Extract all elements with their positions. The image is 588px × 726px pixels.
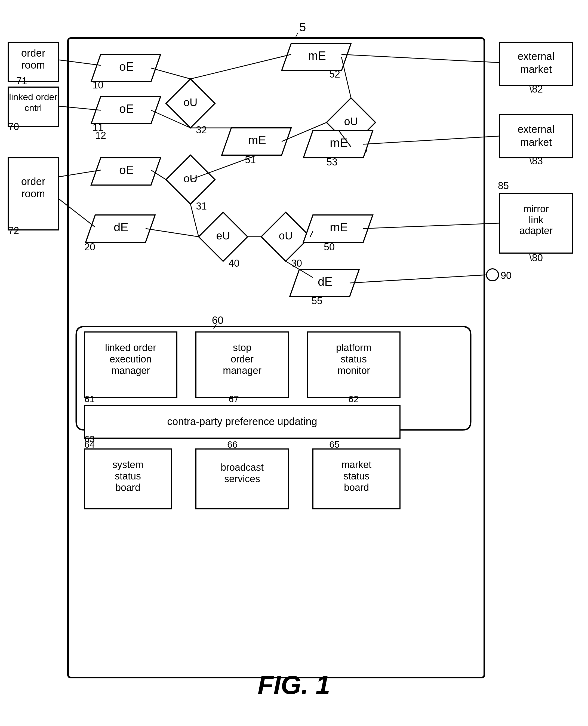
sys-status-label1: system [112,459,143,470]
label-53: 53 [327,157,337,168]
sys-status-label2: status [115,471,141,482]
mirror-label3: adapter [520,225,553,236]
oE-10-label: oE [119,60,134,73]
ext-market-83-label2: market [520,137,552,148]
label-71: 71 [16,75,27,86]
platform-label1: platform [336,342,372,353]
platform-label2: status [341,353,367,365]
stop-order-box [196,332,289,397]
label-64: 64 [84,439,95,450]
label-52: 52 [329,68,340,80]
label-70: 70 [8,121,19,132]
contra-party-label: contra-party preference updating [167,416,317,427]
mE-50-label: mE [330,221,348,234]
label-10: 10 [92,80,103,90]
stop-order-label1: stop [233,342,251,353]
label-62: 62 [348,394,359,404]
mirror-label1: mirror [523,203,549,214]
label-60: 60 [212,315,224,326]
broadcast-label1: broadcast [221,462,264,473]
eU-40-label: eU [216,230,230,242]
oU-31-label: oU [183,172,197,185]
dE-20-label: dE [114,221,128,234]
label-12: 12 [95,130,106,141]
ext-market-83-box [499,114,573,158]
mkt-status-label3: board [344,482,369,493]
oU-30-label: oU [279,230,293,242]
order-room-72-label1: order [21,176,45,187]
label-83: \83 [529,155,543,167]
linked-exec-label1: linked order [105,342,156,353]
label-67: 67 [229,394,239,404]
label-20: 20 [84,241,95,252]
linked-exec-label3: manager [111,365,150,376]
stop-order-label2: order [231,353,254,365]
label-55: 55 [312,295,322,306]
dE-55-label: dE [318,275,333,288]
diagram-svg: 5 order room 71 linked order cntrl 70 or… [0,0,588,726]
label-50: 50 [324,241,335,252]
mirror-label2: link [529,214,544,225]
order-room-71-label1: order [21,47,45,59]
mkt-status-label1: market [341,459,372,470]
oU-33-label: oU [344,116,358,127]
label-31: 31 [196,201,207,212]
oU-32-label: oU [183,96,197,108]
label-61: 61 [84,394,95,404]
platform-status-box [308,332,400,397]
label-82: \82 [529,84,543,95]
mE-53-label: mE [330,136,348,149]
label-32: 32 [196,124,207,136]
label-66: 66 [227,439,237,450]
linked-exec-label2: execution [110,353,151,365]
label-40: 40 [229,258,239,269]
ext-market-83-label1: external [518,124,554,135]
mkt-status-label2: status [343,471,370,482]
oE-12-label: oE [119,163,134,177]
label-30: 30 [291,258,302,269]
broadcast-label2: services [224,473,260,484]
linked-order-label2: cntrl [24,103,42,113]
stop-order-label3: manager [223,365,261,376]
ext-market-82-label1: external [518,50,554,62]
order-room-71-label2: room [21,59,45,71]
linked-order-exec-box [84,332,177,397]
order-room-72-label2: room [21,188,45,200]
oE-11-label: oE [119,102,134,116]
mE-52-label: mE [308,49,326,62]
figure-caption: FIG. 1 [258,670,330,699]
label-90: 90 [501,270,511,281]
sys-status-label3: board [115,482,141,493]
platform-label3: monitor [337,365,370,376]
connection-point-90 [486,269,499,281]
linked-order-label1: linked order [9,92,58,102]
ext-market-82-label2: market [520,64,552,75]
label-85: 85 [498,180,509,191]
label-72: 72 [8,225,19,236]
mE-51-label: mE [248,133,266,147]
label-80: \80 [529,252,543,264]
label-65: 65 [329,439,340,450]
system-label: 5 [299,20,306,34]
